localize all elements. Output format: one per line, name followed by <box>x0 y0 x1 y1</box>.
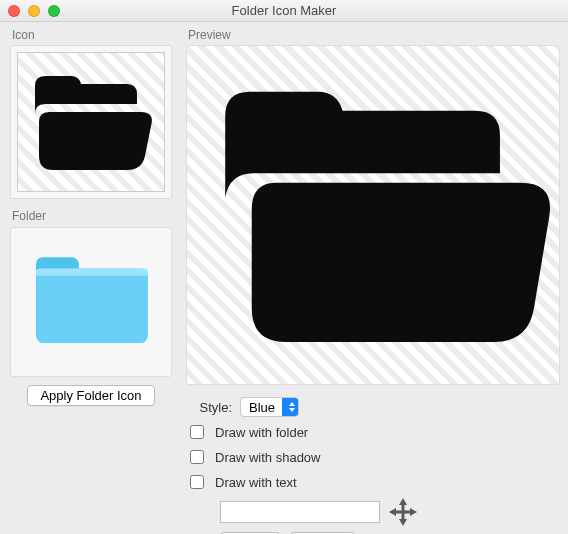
text-row <box>220 497 560 527</box>
style-label: Style: <box>186 400 232 415</box>
text-input[interactable] <box>220 501 380 523</box>
folder-open-icon <box>21 62 161 182</box>
draw-with-text-checkbox[interactable] <box>190 475 204 489</box>
draw-with-shadow-label: Draw with shadow <box>215 450 321 465</box>
draw-shadow-row: Draw with shadow <box>186 447 560 467</box>
content: Icon Folder Apply Folder Icon Preview <box>0 22 568 534</box>
draw-text-row: Draw with text <box>186 472 560 492</box>
draw-with-shadow-checkbox[interactable] <box>190 450 204 464</box>
folder-section-label: Folder <box>12 209 172 223</box>
window-title: Folder Icon Maker <box>0 3 568 18</box>
draw-folder-row: Draw with folder <box>186 422 560 442</box>
right-column: Preview Style: Blue Draw with folder <box>186 28 560 534</box>
icon-well[interactable] <box>10 45 172 199</box>
preview-well[interactable] <box>186 45 560 385</box>
blue-folder-icon <box>21 246 161 358</box>
close-icon[interactable] <box>8 5 20 17</box>
apply-folder-icon-button[interactable]: Apply Folder Icon <box>27 385 154 406</box>
titlebar: Folder Icon Maker <box>0 0 568 22</box>
move-icon[interactable] <box>388 497 418 527</box>
draw-with-text-label: Draw with text <box>215 475 297 490</box>
controls: Style: Blue Draw with folder Draw with s… <box>186 397 560 534</box>
draw-with-folder-checkbox[interactable] <box>190 425 204 439</box>
style-row: Style: Blue <box>186 397 560 417</box>
window-controls <box>8 5 60 17</box>
svg-rect-7 <box>394 511 412 514</box>
svg-rect-0 <box>36 268 148 343</box>
style-select-wrap: Blue <box>240 397 299 417</box>
preview-section-label: Preview <box>188 28 560 42</box>
zoom-icon[interactable] <box>48 5 60 17</box>
minimize-icon[interactable] <box>28 5 40 17</box>
style-select[interactable]: Blue <box>240 397 299 417</box>
folder-open-preview-icon <box>193 60 553 370</box>
svg-rect-1 <box>36 268 148 275</box>
draw-with-folder-label: Draw with folder <box>215 425 308 440</box>
folder-well[interactable] <box>10 227 172 377</box>
left-column: Icon Folder Apply Folder Icon <box>10 28 172 534</box>
icon-frame <box>17 52 165 192</box>
icon-section-label: Icon <box>12 28 172 42</box>
